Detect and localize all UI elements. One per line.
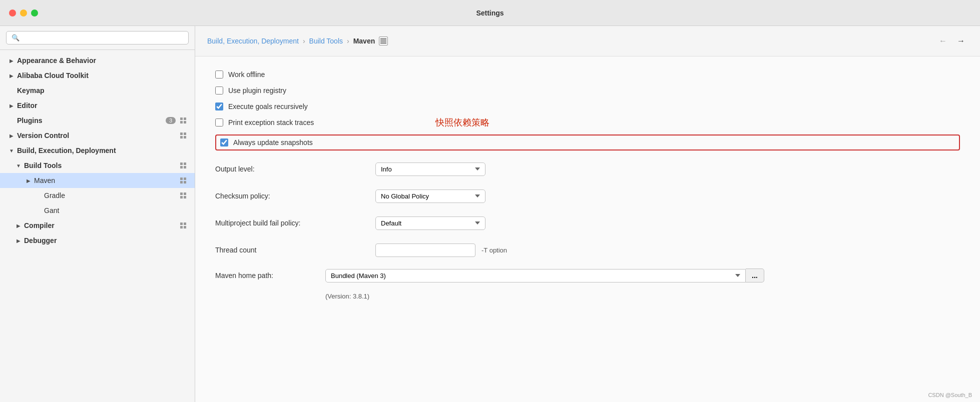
arrow-icon: ▼ xyxy=(15,162,22,169)
sidebar-item-label: Debugger xyxy=(24,236,187,244)
sidebar-item-label: Alibaba Cloud Toolkit xyxy=(17,72,187,80)
content-header: Build, Execution, Deployment › Build Too… xyxy=(195,26,980,56)
breadcrumb-menu-icon[interactable] xyxy=(379,36,388,46)
sidebar-item-keymap[interactable]: ▶ Keymap xyxy=(0,83,195,98)
multiproject-fail-row: Multiproject build fail policy: Default … xyxy=(215,214,960,232)
sidebar-item-label: Plugins xyxy=(17,116,166,124)
multiproject-fail-select[interactable]: Default At End Never Fail At End xyxy=(375,216,485,230)
checksum-policy-row: Checksum policy: No Global Policy Fail W… xyxy=(215,188,960,204)
always-update-row: Always update snapshots xyxy=(215,134,960,150)
arrow-icon: ▶ xyxy=(8,132,15,139)
print-exception-text: Print exception stack traces xyxy=(228,118,314,126)
breadcrumb: Build, Execution, Deployment › Build Too… xyxy=(207,36,936,46)
nav-forward-button[interactable]: → xyxy=(954,34,968,48)
arrow-icon: ▼ xyxy=(8,147,15,154)
sidebar-item-label: Appearance & Behavior xyxy=(17,56,187,64)
use-plugin-registry-row: Use plugin registry xyxy=(215,86,960,94)
checksum-policy-select[interactable]: No Global Policy Fail Warn xyxy=(375,190,485,203)
multiproject-fail-label: Multiproject build fail policy: xyxy=(215,219,375,227)
use-plugin-registry-label[interactable]: Use plugin registry xyxy=(215,86,286,94)
arrow-icon: ▶ xyxy=(15,237,22,244)
breadcrumb-sep: › xyxy=(303,37,305,45)
sidebar-item-label: Gradle xyxy=(44,192,178,200)
sidebar-item-build-exec-deploy[interactable]: ▼ Build, Execution, Deployment xyxy=(0,143,195,158)
maven-home-row: Maven home path: Bundled (Maven 3) Maven… xyxy=(215,268,960,282)
svg-rect-1 xyxy=(380,40,386,42)
thread-count-label: Thread count xyxy=(215,246,375,254)
execute-goals-checkbox[interactable] xyxy=(215,102,223,110)
sidebar-item-gant[interactable]: ▶ Gant xyxy=(0,203,195,218)
execute-goals-label[interactable]: Execute goals recursively xyxy=(215,102,308,110)
print-exception-row: Print exception stack traces 快照依赖策略 xyxy=(215,118,960,126)
always-update-label[interactable]: Always update snapshots xyxy=(220,138,313,146)
minimize-button[interactable] xyxy=(20,10,27,16)
sidebar-items: ▶ Appearance & Behavior ▶ Alibaba Cloud … xyxy=(0,50,195,402)
maximize-button[interactable] xyxy=(31,10,38,16)
sidebar-item-label: Build Tools xyxy=(24,162,178,170)
output-level-select[interactable]: Info Debug Error Warning xyxy=(375,162,485,176)
traffic-lights xyxy=(9,10,38,16)
grid-icon xyxy=(180,222,187,229)
arrow-icon: ▶ xyxy=(8,57,15,64)
thread-count-input[interactable] xyxy=(375,244,475,257)
arrow-icon: ▶ xyxy=(15,222,22,229)
window-title: Settings xyxy=(476,9,504,17)
checksum-policy-label: Checksum policy: xyxy=(215,192,375,200)
output-level-label: Output level: xyxy=(215,165,375,173)
sidebar-item-label: Compiler xyxy=(24,222,178,230)
sidebar-item-debugger[interactable]: ▶ Debugger xyxy=(0,233,195,248)
settings-content: Work offline Use plugin registry Execute… xyxy=(195,56,980,402)
print-exception-checkbox[interactable] xyxy=(215,118,223,126)
breadcrumb-item-build[interactable]: Build, Execution, Deployment xyxy=(207,37,299,45)
sidebar-item-label: Gant xyxy=(44,206,187,214)
grid-icon xyxy=(180,192,187,199)
sidebar-item-plugins[interactable]: ▶ Plugins 3 xyxy=(0,113,195,128)
watermark: CSDN @South_B xyxy=(928,392,972,398)
breadcrumb-item-maven: Maven xyxy=(353,37,375,45)
sidebar-item-version-control[interactable]: ▶ Version Control xyxy=(0,128,195,143)
maven-home-browse-button[interactable]: ... xyxy=(746,268,764,282)
print-exception-label[interactable]: Print exception stack traces xyxy=(215,118,314,126)
svg-rect-0 xyxy=(380,38,386,40)
search-input[interactable] xyxy=(6,31,189,44)
use-plugin-registry-checkbox[interactable] xyxy=(215,86,223,94)
sidebar-item-maven[interactable]: ▶ Maven xyxy=(0,173,195,188)
sidebar-item-label: Version Control xyxy=(17,132,178,140)
svg-rect-2 xyxy=(380,42,386,44)
close-button[interactable] xyxy=(9,10,16,16)
always-update-checkbox[interactable] xyxy=(220,138,228,146)
sidebar: ▶ Appearance & Behavior ▶ Alibaba Cloud … xyxy=(0,26,195,402)
search-bar xyxy=(0,26,195,50)
sidebar-item-alibaba[interactable]: ▶ Alibaba Cloud Toolkit xyxy=(0,68,195,83)
execute-goals-text: Execute goals recursively xyxy=(228,102,308,110)
content-area: Build, Execution, Deployment › Build Too… xyxy=(195,26,980,402)
always-update-text: Always update snapshots xyxy=(233,138,313,146)
grid-icon xyxy=(180,132,187,139)
sidebar-item-appearance[interactable]: ▶ Appearance & Behavior xyxy=(0,53,195,68)
arrow-icon: ▶ xyxy=(25,177,32,184)
sidebar-item-editor[interactable]: ▶ Editor xyxy=(0,98,195,113)
nav-back-button[interactable]: ← xyxy=(936,34,950,48)
title-bar: Settings xyxy=(0,0,980,26)
sidebar-item-label: Build, Execution, Deployment xyxy=(17,146,187,154)
grid-icon xyxy=(180,117,187,124)
arrow-icon: ▶ xyxy=(8,72,15,79)
maven-home-select[interactable]: Bundled (Maven 3) Maven 3 Custom xyxy=(325,269,746,282)
sidebar-item-build-tools[interactable]: ▼ Build Tools xyxy=(0,158,195,173)
nav-arrows: ← → xyxy=(936,34,968,48)
output-level-row: Output level: Info Debug Error Warning xyxy=(215,160,960,178)
grid-icon xyxy=(180,177,187,184)
thread-count-suffix: -T option xyxy=(481,246,507,254)
main-container: ▶ Appearance & Behavior ▶ Alibaba Cloud … xyxy=(0,26,980,402)
maven-home-label: Maven home path: xyxy=(215,272,325,280)
breadcrumb-item-build-tools[interactable]: Build Tools xyxy=(309,37,343,45)
sidebar-item-label: Editor xyxy=(17,102,187,110)
work-offline-checkbox[interactable] xyxy=(215,70,223,78)
annotation-text: 快照依赖策略 xyxy=(435,116,489,128)
work-offline-label[interactable]: Work offline xyxy=(215,70,265,78)
sidebar-item-compiler[interactable]: ▶ Compiler xyxy=(0,218,195,233)
arrow-icon: ▶ xyxy=(8,102,15,109)
sidebar-item-gradle[interactable]: ▶ Gradle xyxy=(0,188,195,203)
maven-version-text: (Version: 3.8.1) xyxy=(325,292,960,300)
plugins-badge: 3 xyxy=(166,117,176,124)
